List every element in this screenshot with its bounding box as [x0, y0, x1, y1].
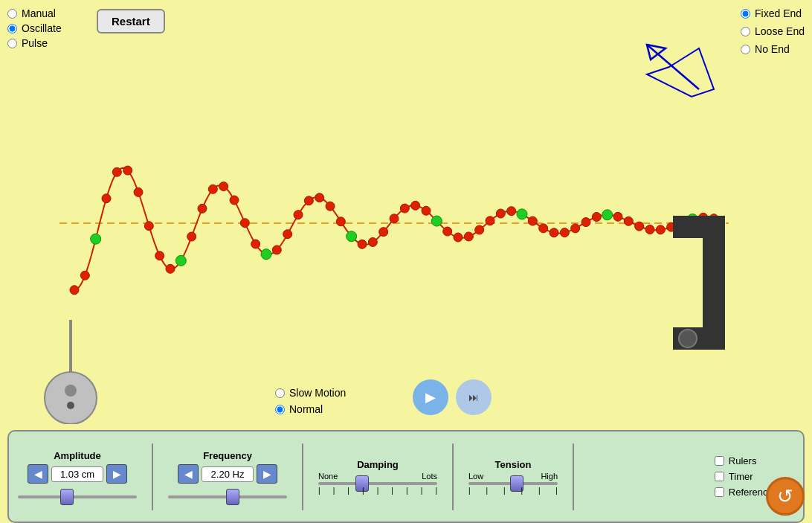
divider-3 [452, 443, 454, 510]
divider-4 [573, 443, 574, 510]
normal-speed-radio[interactable]: Normal [275, 403, 346, 415]
step-icon: ⏭ [468, 391, 479, 403]
bottom-panel: Amplitude ◀ 1.03 cm ▶ Frequency ◀ 2.20 H… [7, 430, 805, 523]
pulse-radio[interactable]: Pulse [7, 37, 62, 49]
oscillate-radio[interactable]: Oscillate [7, 22, 62, 34]
amplitude-increase[interactable]: ▶ [106, 464, 127, 484]
amplitude-control: Amplitude ◀ 1.03 cm ▶ [18, 450, 137, 503]
amplitude-value: 1.03 cm [51, 466, 103, 482]
tension-label: Tension [495, 459, 532, 470]
tension-control: Tension Low High ||| ||| [468, 459, 558, 495]
amplitude-slider[interactable] [18, 495, 137, 498]
damping-control: Damping None Lots ||| ||| ||| [318, 459, 437, 495]
no-end-radio[interactable]: No End [741, 43, 805, 55]
rulers-checkbox[interactable]: Rulers [715, 455, 794, 466]
damping-label: Damping [357, 459, 399, 470]
frequency-decrease[interactable]: ◀ [178, 464, 199, 484]
amplitude-label: Amplitude [54, 450, 101, 461]
playback-controls: ▶ ⏭ [413, 379, 492, 415]
frequency-increase[interactable]: ▶ [257, 464, 277, 484]
frequency-value: 2.20 Hz [202, 466, 254, 482]
frequency-slider-container [168, 488, 287, 503]
divider-2 [302, 443, 303, 510]
reset-button[interactable]: ↺ [766, 477, 805, 516]
fixed-end-radio[interactable]: Fixed End [741, 7, 805, 19]
reset-icon: ↺ [777, 485, 793, 508]
slow-motion-radio[interactable]: Slow Motion [275, 387, 346, 399]
loose-end-radio[interactable]: Loose End [741, 25, 805, 37]
tension-slider[interactable] [468, 482, 558, 485]
amplitude-slider-container [18, 488, 137, 503]
speed-controls: Slow Motion Normal [275, 387, 346, 415]
frequency-slider[interactable] [168, 495, 287, 498]
damping-slider[interactable] [318, 482, 437, 485]
restart-button[interactable]: Restart [97, 9, 165, 33]
mode-controls: Manual Oscillate Pulse [7, 7, 62, 49]
end-options: Fixed End Loose End No End [741, 7, 805, 55]
frequency-control: Frequency ◀ 2.20 Hz ▶ [168, 450, 287, 503]
divider-1 [152, 443, 153, 510]
frequency-label: Frequency [203, 450, 252, 461]
manual-radio[interactable]: Manual [7, 7, 62, 19]
step-button[interactable]: ⏭ [456, 379, 492, 415]
amplitude-decrease[interactable]: ◀ [28, 464, 48, 484]
play-button[interactable]: ▶ [413, 379, 448, 415]
